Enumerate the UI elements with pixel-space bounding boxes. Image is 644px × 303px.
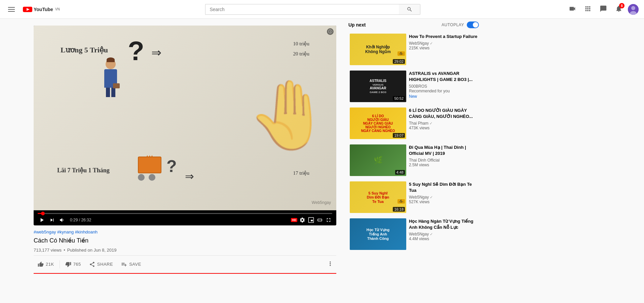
like-count: 21K — [46, 262, 54, 267]
thoughts-badge: -5- — [397, 199, 405, 204]
video-thumb-vocab: Học Từ VựngTiếng AnhThành Công — [350, 218, 406, 250]
summer-views: 2.5M views — [409, 163, 478, 167]
rich-duration: 19:07 — [393, 133, 405, 138]
startup-info: How To Prevent a Startup Failure Web5Nga… — [409, 34, 478, 65]
astralis-new: New — [409, 94, 478, 99]
play-button[interactable] — [38, 216, 46, 224]
video-card-vocab[interactable]: Học Từ VựngTiếng AnhThành Công Học Hàng … — [348, 217, 479, 251]
settings-button[interactable] — [299, 216, 306, 224]
frame-amount1: 10 triệu — [293, 41, 309, 47]
thoughts-thumb-text: 5 Suy NghĩDìm Đời BạnTe Tua — [366, 190, 391, 205]
miniplayer-button[interactable] — [307, 216, 315, 224]
vocab-views: 4.4M views — [409, 236, 478, 241]
frame-qmark2: ? — [166, 157, 177, 176]
current-time: 0:29 — [70, 218, 78, 222]
video-thumb-startup: Khởi NghiệpKhông Ngủm -5- 29:02 — [350, 34, 406, 65]
fullscreen-button[interactable] — [325, 216, 332, 224]
video-thumbnail[interactable]: Lương 5 Triệu ? ⇒ 10 triệu 20 triệu — [34, 26, 336, 210]
header-left: YouTube VN — [5, 4, 60, 14]
video-card-thoughts[interactable]: 5 Suy NghĩDìm Đời BạnTe Tua -5- 16:18 5 … — [348, 180, 479, 214]
progress-thumb — [41, 212, 45, 215]
youtube-logo[interactable]: YouTube — [23, 6, 53, 13]
share-label: SHARE — [97, 262, 113, 267]
miniplayer-icon — [308, 217, 314, 223]
search-icon — [407, 6, 413, 12]
volume-button[interactable] — [59, 216, 66, 224]
save-icon — [121, 261, 127, 267]
thoughts-verified: ✓ — [430, 195, 433, 200]
messages-button[interactable] — [597, 2, 610, 16]
startup-title: How To Prevent a Startup Failure — [409, 34, 478, 40]
dislike-button[interactable]: 765 — [61, 259, 85, 270]
sidebar: Up next AUTOPLAY Khởi NghiệpKhông Ngủm -… — [343, 19, 484, 274]
apps-icon — [584, 5, 592, 12]
vocab-title: Học Hàng Ngàn Từ Vựng Tiếng Anh Không Cầ… — [409, 218, 478, 230]
video-info-button[interactable]: ⓘ — [327, 28, 334, 35]
fullscreen-icon — [326, 217, 332, 223]
video-camera-button[interactable] — [566, 2, 579, 16]
notification-count: 8 — [619, 3, 624, 8]
share-button[interactable]: SHARE — [85, 259, 117, 270]
like-divider — [60, 260, 60, 268]
notifications-button[interactable]: 8 — [612, 2, 625, 16]
time-display: 0:29 / 26:32 — [70, 218, 91, 222]
save-button[interactable]: SAVE — [117, 259, 145, 270]
person-figure — [104, 59, 117, 97]
video-card-rich[interactable]: 6 LÍ DONGƯỜI GIÀUNGÀY CÀNG GIÀUNGƯỜI NGH… — [348, 106, 479, 140]
settings-icon — [299, 217, 305, 223]
video-player: Lương 5 Triệu ? ⇒ 10 triệu 20 triệu — [34, 26, 336, 225]
video-thumb-summer: 🌿 4:48 — [350, 144, 406, 176]
startup-views: 215K views — [409, 46, 478, 50]
autoplay-toggle[interactable] — [467, 21, 479, 28]
astralis-rec: Recommended for you — [409, 89, 478, 93]
publish-date: Published on Jun 8, 2019 — [67, 248, 117, 253]
apps-button[interactable] — [581, 2, 594, 16]
save-label: SAVE — [129, 262, 141, 267]
search-input[interactable] — [205, 4, 399, 15]
summer-thumb-icon: 🌿 — [374, 156, 383, 165]
logo-area[interactable]: YouTube VN — [23, 6, 60, 13]
thoughts-title: 5 Suy Nghĩ Sẽ Dìm Đời Bạn Te Tua — [409, 181, 478, 193]
video-tags[interactable]: #web5ngay #kynang #kinhdoanh — [34, 229, 336, 234]
video-meta: 713,177 views • Published on Jun 8, 2019 — [34, 248, 336, 253]
rich-title: 6 LÍ DO NGƯỜI GIÀU NGÀY CÀNG GIÀU, NGƯỜI… — [409, 107, 478, 120]
astralis-duration: 50:52 — [393, 96, 405, 101]
tab-bar — [34, 273, 336, 274]
vocab-channel: Web5Ngay ✓ — [409, 232, 478, 236]
theater-button[interactable] — [316, 216, 324, 224]
next-button[interactable] — [48, 216, 56, 224]
frame-qmark1: ? — [128, 36, 144, 67]
video-card-startup[interactable]: Khởi NghiệpKhông Ngủm -5- 29:02 How To P… — [348, 32, 479, 67]
user-avatar[interactable] — [628, 4, 639, 15]
video-frame: Lương 5 Triệu ? ⇒ 10 triệu 20 triệu — [34, 26, 336, 210]
like-button[interactable]: 21K — [34, 259, 58, 270]
video-card-summer[interactable]: 🌿 4:48 Đi Qua Mùa Hạ | Thai Dinh | Offic… — [348, 143, 479, 177]
summer-info: Đi Qua Mùa Hạ | Thai Dinh | Official MV … — [409, 144, 478, 176]
astralis-title: ASTRALIS vs AVANGAR HIGHLIGHTS | GAME 2 … — [409, 71, 478, 83]
progress-bar[interactable] — [38, 213, 332, 214]
progress-container[interactable] — [38, 213, 332, 214]
search-bar — [205, 4, 420, 15]
versus-thumb-text: ASTRALISVERSUSAVANGARGAME 2 BO3 — [367, 76, 389, 96]
view-count: 713,177 views — [34, 248, 62, 253]
video-thumb-thoughts: 5 Suy NghĩDìm Đời BạnTe Tua -5- 16:18 — [350, 181, 406, 213]
hamburger-menu[interactable] — [5, 4, 17, 14]
up-next-label: Up next — [348, 22, 366, 28]
frame-arrow1: ⇒ — [151, 46, 161, 60]
vocab-info: Học Hàng Ngàn Từ Vựng Tiếng Anh Không Cầ… — [409, 218, 478, 250]
more-icon — [327, 260, 334, 267]
skip-icon — [49, 217, 55, 223]
rich-verified: ✓ — [429, 121, 432, 126]
search-button[interactable] — [399, 4, 420, 15]
video-actions: 21K 765 SHARE SAVE — [34, 255, 336, 273]
more-button[interactable] — [324, 258, 336, 271]
vocab-thumb-text: Học Từ VựngTiếng AnhThành Công — [365, 226, 391, 242]
thumbs-up-icon — [38, 261, 44, 267]
watermark: Web5ngay — [312, 200, 331, 205]
frame-amount3: 17 triệu — [293, 170, 309, 176]
video-controls: 0:29 / 26:32 HD — [34, 210, 336, 225]
startup-verified: ✓ — [430, 41, 433, 46]
video-card-astralis[interactable]: ASTRALISVERSUSAVANGARGAME 2 BO3 50:52 AS… — [348, 69, 479, 103]
meta-dot: • — [64, 248, 65, 253]
thoughts-channel: Web5Ngay ✓ — [409, 195, 478, 200]
